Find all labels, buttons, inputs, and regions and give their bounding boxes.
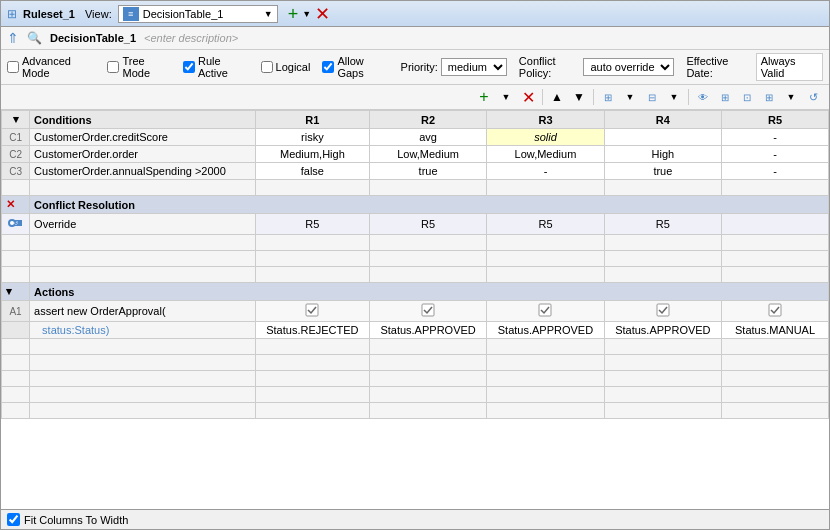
- move-down-button[interactable]: ▼: [569, 87, 589, 107]
- row-id-c2: C2: [2, 146, 30, 163]
- c1-label[interactable]: CustomerOrder.creditScore: [30, 129, 256, 146]
- logical-checkbox[interactable]: [261, 61, 273, 73]
- a1-r2-check[interactable]: [369, 301, 486, 322]
- move-up-button[interactable]: ▲: [547, 87, 567, 107]
- add-button[interactable]: +: [288, 5, 299, 23]
- view-button2[interactable]: ⊞: [715, 87, 735, 107]
- a1-r4-check[interactable]: [604, 301, 721, 322]
- c2-r2[interactable]: Low,Medium: [369, 146, 486, 163]
- decision-table: ▾ Conditions R1 R2 R3 R4 R5 C1 CustomerO…: [1, 110, 829, 419]
- c1-r1[interactable]: risky: [255, 129, 369, 146]
- delete-row-button[interactable]: ✕: [518, 87, 538, 107]
- logical-group: Logical: [261, 61, 311, 73]
- c2-r4[interactable]: High: [604, 146, 721, 163]
- override-r2[interactable]: R5: [369, 214, 486, 235]
- c3-r2[interactable]: true: [369, 163, 486, 180]
- table-row: C3 CustomerOrder.annualSpending >2000 fa…: [2, 163, 829, 180]
- view-button4[interactable]: ⊞: [759, 87, 779, 107]
- advanced-mode-checkbox[interactable]: [7, 61, 19, 73]
- c3-r4[interactable]: true: [604, 163, 721, 180]
- conflict-policy-group: Conflict Policy: auto override none: [519, 55, 675, 79]
- c2-r1[interactable]: Medium,High: [255, 146, 369, 163]
- priority-label: Priority:: [401, 61, 438, 73]
- override-r1[interactable]: R5: [255, 214, 369, 235]
- c3-label[interactable]: CustomerOrder.annualSpending >2000: [30, 163, 256, 180]
- conflict-header-x[interactable]: ✕: [2, 196, 30, 214]
- view-button3[interactable]: ⊡: [737, 87, 757, 107]
- c3-r1[interactable]: false: [255, 163, 369, 180]
- checkbox-icon: [768, 303, 782, 317]
- fit-columns-label: Fit Columns To Width: [24, 514, 128, 526]
- c2-r3[interactable]: Low,Medium: [487, 146, 604, 163]
- view-dropdown[interactable]: ≡ DecisionTable_1 ▼: [118, 5, 278, 23]
- separator3: [688, 89, 689, 105]
- a1-status-label[interactable]: status:Status): [30, 322, 256, 339]
- c1-r3[interactable]: solid: [487, 129, 604, 146]
- empty-c-r5: [722, 180, 829, 196]
- a1-status-r5[interactable]: Status.MANUAL: [722, 322, 829, 339]
- view-label: View:: [85, 8, 112, 20]
- title-bar: ⊞ Ruleset_1 View: ≡ DecisionTable_1 ▼ + …: [1, 1, 829, 27]
- c3-r5[interactable]: -: [722, 163, 829, 180]
- c1-r4[interactable]: [604, 129, 721, 146]
- effective-date-group: Effective Date: Always Valid: [686, 53, 823, 81]
- view-dropdown4[interactable]: ▼: [781, 87, 801, 107]
- action-row-a1: A1 assert new OrderApproval(: [2, 301, 829, 322]
- row-id-c1: C1: [2, 129, 30, 146]
- a1-status-r1[interactable]: Status.REJECTED: [255, 322, 369, 339]
- add-row-dropdown[interactable]: ▼: [496, 87, 516, 107]
- override-r3[interactable]: R5: [487, 214, 604, 235]
- add-row-button[interactable]: +: [474, 87, 494, 107]
- format-button[interactable]: ⊞: [598, 87, 618, 107]
- table-row: C1 CustomerOrder.creditScore risky avg s…: [2, 129, 829, 146]
- checkbox-icon: [305, 303, 319, 317]
- format-dropdown[interactable]: ▼: [620, 87, 640, 107]
- priority-dropdown[interactable]: medium low high: [441, 58, 507, 76]
- table-button[interactable]: ⊟: [642, 87, 662, 107]
- description[interactable]: <enter description>: [144, 32, 238, 44]
- row-id-c3: C3: [2, 163, 30, 180]
- a1-r3-check[interactable]: [487, 301, 604, 322]
- a1-r5-check[interactable]: [722, 301, 829, 322]
- rule-active-checkbox[interactable]: [183, 61, 195, 73]
- col-header-num: ▾: [2, 111, 30, 129]
- search-icon[interactable]: 🔍: [27, 31, 42, 45]
- c1-r5[interactable]: -: [722, 129, 829, 146]
- view-dropdown-arrow: ▼: [264, 9, 273, 19]
- a1-status-r4[interactable]: Status.APPROVED: [604, 322, 721, 339]
- col-header-r4: R4: [604, 111, 721, 129]
- c2-r5[interactable]: -: [722, 146, 829, 163]
- c3-r3[interactable]: -: [487, 163, 604, 180]
- a1-status-r3[interactable]: Status.APPROVED: [487, 322, 604, 339]
- c1-r2[interactable]: avg: [369, 129, 486, 146]
- decision-table-name: DecisionTable_1: [50, 32, 136, 44]
- toolbar-row: ⇑ 🔍 DecisionTable_1 <enter description>: [1, 27, 829, 50]
- add-dropdown-arrow[interactable]: ▼: [302, 9, 311, 19]
- delete-button[interactable]: ✕: [315, 5, 330, 23]
- override-r4[interactable]: R5: [604, 214, 721, 235]
- allow-gaps-checkbox[interactable]: [322, 61, 334, 73]
- actions-header-arrow[interactable]: ▾: [2, 283, 30, 301]
- priority-group: Priority: medium low high: [401, 58, 507, 76]
- c2-label[interactable]: CustomerOrder.order: [30, 146, 256, 163]
- override-r5[interactable]: [722, 214, 829, 235]
- fit-columns-checkbox[interactable]: [7, 513, 20, 526]
- a1-status-r2[interactable]: Status.APPROVED: [369, 322, 486, 339]
- col-header-conditions: Conditions: [30, 111, 256, 129]
- refresh-button[interactable]: ↺: [803, 87, 823, 107]
- title-bar-actions: + ▼ ✕: [288, 5, 330, 23]
- a1-r1-check[interactable]: [255, 301, 369, 322]
- a1-label[interactable]: assert new OrderApproval(: [30, 301, 256, 322]
- empty-conflict-row3: [2, 267, 829, 283]
- override-label[interactable]: Override: [30, 214, 256, 235]
- table-dropdown[interactable]: ▼: [664, 87, 684, 107]
- empty-c-num: [2, 180, 30, 196]
- view-button1[interactable]: 👁: [693, 87, 713, 107]
- tree-mode-checkbox[interactable]: [107, 61, 119, 73]
- conflict-policy-dropdown[interactable]: auto override none: [583, 58, 674, 76]
- advanced-mode-group: Advanced Mode: [7, 55, 95, 79]
- override-icon-cell: ↺: [2, 214, 30, 235]
- collapse-icon[interactable]: ⇑: [7, 30, 19, 46]
- svg-rect-4: [422, 304, 434, 316]
- empty-c-r2: [369, 180, 486, 196]
